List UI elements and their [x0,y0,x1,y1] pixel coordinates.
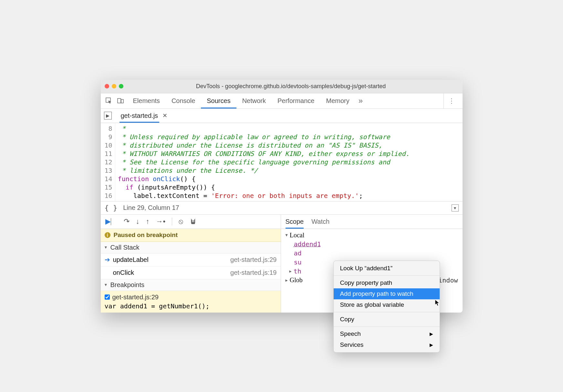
tab-memory[interactable]: Memory [320,93,355,108]
triangle-down-icon: ▼ [286,233,288,237]
tab-performance[interactable]: Performance [272,93,320,108]
call-stack-header[interactable]: ▼ Call Stack [101,242,281,253]
source-editor[interactable]: 8910111213141516 * * Unless required by … [101,123,463,201]
pause-on-exceptions-icon[interactable] [190,217,197,226]
drawer-toggle-icon[interactable]: ▾ [452,204,459,211]
scope-var-addend1[interactable]: addend1 [281,240,463,249]
svg-rect-4 [193,219,194,222]
step-icon[interactable]: →• [156,217,166,226]
step-out-icon[interactable]: ↑ [146,217,150,226]
tab-console[interactable]: Console [166,93,201,108]
window-title: DevTools - googlechrome.github.io/devtoo… [123,83,459,90]
menu-separator [334,275,440,276]
pretty-print-icon[interactable]: { } [105,204,118,212]
editor-status-bar: { } Line 29, Column 17 ▾ [101,201,463,215]
context-menu-item[interactable]: Speech▶ [334,328,440,339]
maximize-window-icon[interactable] [119,84,123,88]
deactivate-breakpoints-icon[interactable]: ⦸ [179,217,183,226]
svg-rect-2 [121,99,123,103]
call-stack-frame[interactable]: ➔updateLabelget-started.js:29 [101,253,281,266]
settings-menu-icon[interactable]: ⋮ [443,93,459,108]
debugger-left: ▶⎸ ↷ ↓ ↑ →• ⦸ i Paused on breakpoint ▼ C… [101,215,281,313]
minimize-window-icon[interactable] [112,84,116,88]
tab-sources[interactable]: Sources [201,93,236,108]
context-menu-item[interactable]: Add property path to watch [334,288,440,299]
paused-label: Paused on breakpoint [114,232,178,239]
inspect-element-icon[interactable] [104,96,114,106]
tab-network[interactable]: Network [236,93,272,108]
debugger-toolbar: ▶⎸ ↷ ↓ ↑ →• ⦸ [101,215,281,229]
window-controls [105,84,123,88]
line-number-gutter: 8910111213141516 [101,123,115,201]
context-menu-item[interactable]: Services▶ [334,339,440,350]
open-file-tab[interactable]: get-started.js [120,108,160,123]
scope-var-addend2[interactable]: ad [281,249,463,258]
triangle-right-icon: ▶ [286,278,288,283]
tab-scope[interactable]: Scope [286,214,304,229]
info-icon: i [105,232,110,238]
svg-rect-1 [118,98,121,103]
scope-local-header[interactable]: ▼ Local [281,231,463,240]
cursor-position: Line 29, Column 17 [123,204,179,211]
tab-watch[interactable]: Watch [311,214,329,229]
context-menu-item[interactable]: Look Up “addend1” [334,263,440,274]
resume-icon[interactable]: ▶⎸ [105,217,117,226]
navigator-toggle-icon[interactable]: ▶ [104,112,112,119]
mouse-cursor-icon [435,299,441,308]
context-menu-item[interactable]: Copy [334,314,440,325]
close-window-icon[interactable] [105,84,109,88]
step-into-icon[interactable]: ↓ [136,217,140,226]
more-tabs-icon[interactable]: » [355,96,366,105]
triangle-down-icon: ▼ [104,245,108,250]
file-tab-bar: ▶ get-started.js ✕ [101,109,463,123]
scope-watch-tabs: Scope Watch [281,215,463,229]
context-menu: Look Up “addend1”Copy property pathAdd p… [333,261,440,353]
devtools-window: DevTools - googlechrome.github.io/devtoo… [101,80,463,313]
close-file-icon[interactable]: ✕ [162,112,167,119]
breakpoint-item[interactable]: get-started.js:29var addend1 = getNumber… [101,291,281,313]
breakpoint-checkbox[interactable] [105,294,110,300]
device-toolbar-icon[interactable] [116,96,125,106]
source-code[interactable]: * * Unless required by applicable law or… [115,123,412,201]
submenu-arrow-icon: ▶ [430,342,433,347]
devtools-tabs: ElementsConsoleSourcesNetworkPerformance… [101,93,463,109]
context-menu-item[interactable]: Store as global variable [334,299,440,310]
menu-separator [334,312,440,312]
call-stack-frame[interactable]: onClickget-started.js:19 [101,266,281,279]
context-menu-item[interactable]: Copy property path [334,277,440,288]
tab-elements[interactable]: Elements [127,93,166,108]
svg-rect-3 [192,219,193,222]
submenu-arrow-icon: ▶ [430,331,433,336]
menu-separator [334,326,440,327]
paused-banner: i Paused on breakpoint [101,229,281,242]
toolbar-separator [172,218,172,225]
triangle-down-icon: ▼ [104,283,108,287]
breakpoints-header[interactable]: ▼ Breakpoints [101,279,281,291]
triangle-right-icon: ▶ [289,269,292,273]
title-bar: DevTools - googlechrome.github.io/devtoo… [101,80,463,93]
step-over-icon[interactable]: ↷ [124,217,130,226]
